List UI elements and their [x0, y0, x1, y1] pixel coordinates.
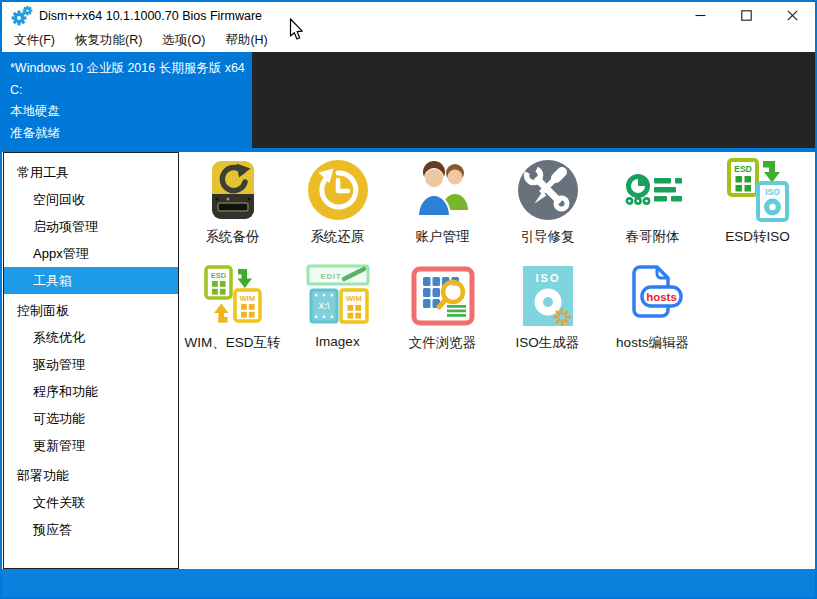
os-name: *Windows 10 企业版 2016 长期服务版 x64 — [10, 58, 246, 80]
sidebar-section-control-panel: 控制面板 — [4, 297, 178, 324]
sidebar-section-deployment: 部署功能 — [4, 462, 178, 489]
svg-text:ESD: ESD — [210, 271, 226, 280]
tool-label: Imagex — [315, 334, 359, 349]
tool-chunge-revive[interactable]: 春哥附体 — [600, 157, 705, 263]
sidebar-item-system-optimize[interactable]: 系统优化 — [4, 324, 178, 351]
menu-options[interactable]: 选项(O) — [152, 32, 215, 49]
minimize-button[interactable] — [677, 2, 723, 29]
tool-label: 文件浏览器 — [409, 334, 477, 352]
svg-text:ISO: ISO — [535, 272, 560, 284]
caption-buttons — [677, 2, 815, 29]
tool-label: ESD转ISO — [725, 228, 790, 246]
menu-file[interactable]: 文件(F) — [4, 32, 65, 49]
tool-label: 春哥附体 — [626, 228, 680, 246]
svg-text:WIM: WIM — [239, 294, 254, 303]
menu-help[interactable]: 帮助(H) — [215, 32, 277, 49]
boot-repair-icon — [516, 158, 580, 222]
session-tab-panel: *Windows 10 企业版 2016 长期服务版 x64 C: 本地硬盘 准… — [2, 52, 815, 148]
sidebar-section-common-tools: 常用工具 — [4, 159, 178, 186]
sidebar-item-driver-manager[interactable]: 驱动管理 — [4, 351, 178, 378]
menubar: 文件(F) 恢复功能(R) 选项(O) 帮助(H) — [2, 29, 815, 52]
tool-label: 引导修复 — [521, 228, 575, 246]
tool-label: 账户管理 — [416, 228, 470, 246]
sidebar-item-appx-manager[interactable]: Appx管理 — [4, 240, 178, 267]
account-management-icon — [411, 158, 475, 222]
tool-hosts-editor[interactable]: hosts hosts编辑器 — [600, 263, 705, 369]
tool-label: 系统还原 — [311, 228, 365, 246]
sidebar-item-optional-features[interactable]: 可选功能 — [4, 405, 178, 432]
dism-window: Dism++x64 10.1.1000.70 Bios Firmware 文件(… — [0, 0, 817, 599]
svg-text:X:\: X:\ — [318, 301, 330, 311]
sidebar-item-file-association[interactable]: 文件关联 — [4, 489, 178, 516]
tool-esd-to-iso[interactable]: ESD ISO ESD转ISO — [705, 157, 810, 263]
tool-label: hosts编辑器 — [616, 334, 689, 352]
svg-text:ISO: ISO — [765, 187, 780, 197]
sidebar-item-toolbox[interactable]: 工具箱 — [4, 267, 178, 294]
tool-boot-repair[interactable]: 引导修复 — [495, 157, 600, 263]
os-session-tab[interactable]: *Windows 10 企业版 2016 长期服务版 x64 C: 本地硬盘 准… — [2, 52, 252, 148]
tool-file-browser[interactable]: 文件浏览器 — [390, 263, 495, 369]
tool-iso-maker[interactable]: ISO ISO生成器 — [495, 263, 600, 369]
menu-recovery[interactable]: 恢复功能(R) — [65, 32, 152, 49]
sidebar-item-programs-features[interactable]: 程序和功能 — [4, 378, 178, 405]
content-area: 常用工具 空间回收 启动项管理 Appx管理 工具箱 控制面板 系统优化 驱动管… — [2, 152, 815, 569]
esd-to-iso-icon: ESD ISO — [726, 158, 790, 222]
os-drive: C: — [10, 80, 246, 102]
tool-wim-esd-convert[interactable]: ESD WIM — [180, 263, 285, 369]
iso-maker-icon: ISO — [516, 264, 580, 328]
maximize-button[interactable] — [723, 2, 769, 29]
sidebar: 常用工具 空间回收 启动项管理 Appx管理 工具箱 控制面板 系统优化 驱动管… — [3, 152, 179, 569]
system-restore-icon — [306, 158, 370, 222]
app-gears-icon — [11, 6, 33, 26]
chunge-revive-icon — [621, 158, 685, 222]
os-disk-type: 本地硬盘 — [10, 101, 246, 123]
wim-esd-convert-icon: ESD WIM — [201, 264, 265, 328]
sidebar-item-startup-manager[interactable]: 启动项管理 — [4, 213, 178, 240]
sidebar-item-unattend[interactable]: 预应答 — [4, 516, 178, 543]
tool-account-management[interactable]: 账户管理 — [390, 157, 495, 263]
svg-text:WIM: WIM — [346, 294, 361, 303]
bottom-accent-bar — [2, 569, 815, 597]
window-title: Dism++x64 10.1.1000.70 Bios Firmware — [39, 9, 262, 23]
svg-text:EDIT: EDIT — [320, 272, 341, 281]
file-browser-icon — [411, 264, 475, 328]
close-button[interactable] — [769, 2, 815, 29]
sidebar-item-space-reclaim[interactable]: 空间回收 — [4, 186, 178, 213]
tool-label: 系统备份 — [206, 228, 260, 246]
tool-system-restore[interactable]: 系统还原 — [285, 157, 390, 263]
tool-system-backup[interactable]: 系统备份 — [180, 157, 285, 263]
hosts-editor-icon: hosts — [621, 264, 685, 328]
system-backup-icon — [201, 158, 265, 222]
svg-text:ESD: ESD — [734, 164, 751, 174]
imagex-icon: EDIT X:\ WIM — [306, 264, 370, 328]
tool-imagex[interactable]: EDIT X:\ WIM Imagex — [285, 263, 390, 369]
toolbox-grid: 系统备份 系统还原 — [179, 152, 815, 569]
titlebar: Dism++x64 10.1.1000.70 Bios Firmware — [2, 2, 815, 29]
tool-label: ISO生成器 — [516, 334, 580, 352]
os-status: 准备就绪 — [10, 123, 246, 145]
mouse-cursor — [289, 18, 305, 42]
sidebar-item-update-manager[interactable]: 更新管理 — [4, 432, 178, 459]
tool-label: WIM、ESD互转 — [185, 334, 281, 352]
svg-text:hosts: hosts — [646, 291, 677, 303]
